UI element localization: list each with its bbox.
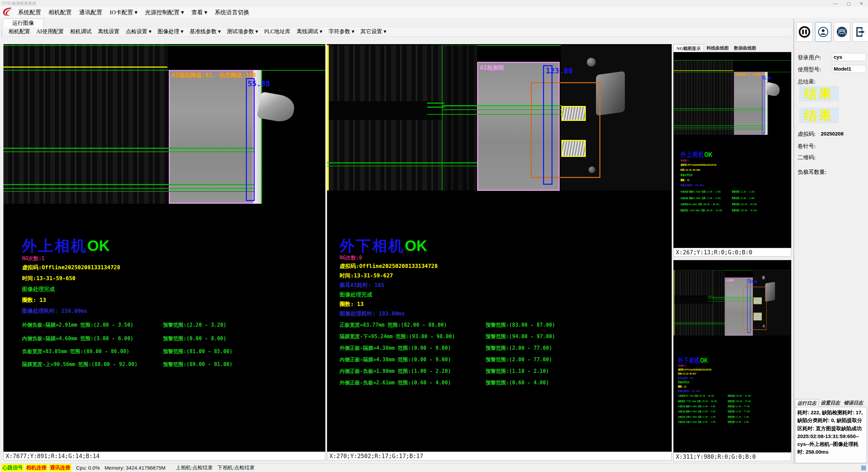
camera1-measure-row: 内侧负极-隔膜=4.60mm 范围:(3.00 - 6.00)预警范围:(0.0… (681, 197, 787, 200)
edge-strip (254, 70, 261, 204)
menu-camera-config[interactable]: 相机配置 (45, 8, 75, 16)
maximize-button[interactable]: ▢ (847, 1, 851, 6)
user-group-button[interactable] (834, 22, 850, 42)
camera1-measure-rect-blue (246, 78, 255, 201)
tool-ai-usage-config[interactable]: AI使用配置 (33, 28, 67, 35)
warn-range: 预警范围:(1.10 - 2.10) (728, 415, 749, 418)
total-result-label: 总结果: (798, 78, 815, 86)
ng-preview-bottom: AI检测框 123.80 外下相机OK NG次数:0 虚拟码:Offline20… (673, 260, 791, 452)
measure-line (708, 296, 713, 296)
camera2-measure-row: 正极宽度=83.77mm 范围:(82.00 - 88.00)预警范围:(83.… (340, 322, 659, 328)
camera2-measure-rect-blue (543, 65, 553, 185)
title-bar: CYS-视觉检测系统 — ▢ ✕ (0, 0, 868, 7)
tab-setting-log[interactable]: 设置日志 (819, 399, 842, 407)
camera1-measure-row: 隔膜宽度-上=90.56mm 范围:(88.00 - 92.00)预警范围:(8… (22, 361, 314, 368)
menu-system-config[interactable]: 系统配置 (14, 8, 45, 16)
gripper-arm (257, 92, 296, 124)
warn-range: 预警范围:(2.00 - 77.00) (728, 410, 750, 413)
user-group-icon (835, 25, 848, 38)
measure-line (674, 323, 725, 323)
warn-range: 预警范围:(83.00 - 87.00) (728, 395, 752, 398)
tool-test-item-params[interactable]: 测试项参数 ▾ (224, 28, 261, 35)
camera2-turn-count: 圈数: 13 (678, 385, 686, 388)
dark-band (329, 101, 442, 120)
window-controls: — ▢ ✕ (833, 1, 868, 6)
guide-line-green (674, 72, 791, 72)
tab-material-curve[interactable]: 料线曲线图 (704, 44, 731, 52)
right-sidebar: 登录用户: cys 使用型号: Model1 总结果: 结果 结果 虚拟码: 2… (794, 19, 868, 467)
camera2-ng-count: NG次数:0 (678, 364, 686, 367)
camera2-ai-frame-label: AI检测框 (726, 278, 734, 282)
close-button[interactable]: ✕ (860, 1, 863, 6)
tab-data-curve[interactable]: 数据曲线图 (731, 44, 759, 52)
minimize-button[interactable]: — (833, 1, 838, 6)
measure-value: 外侧正极-负极=2.61mm 范围:(0.60 - 4.00) (678, 421, 716, 423)
edge-strip (765, 72, 767, 135)
camera2-measure-row: 内侧正极-隔膜=4.38mm 范围:(0.00 - 9.00)预警范围:(2.0… (340, 357, 659, 363)
user-button[interactable] (815, 22, 831, 42)
resize-grip[interactable] (861, 466, 866, 470)
tool-spot-check-setting[interactable]: 点检设置 ▾ (123, 28, 155, 35)
camera1-ok-flag: OK (704, 150, 712, 158)
measure-value: 外侧负极-隔膜=2.91mm 范围:(2.00 - 3.50) (22, 322, 133, 328)
measure-line (674, 129, 765, 129)
measure-value: 内侧负极-隔膜=4.60mm 范围:(3.00 - 6.00) (22, 335, 133, 342)
menu-view[interactable]: 查看 ▾ (188, 8, 211, 16)
tool-camera-config[interactable]: 相机配置 (5, 28, 33, 35)
measure-line (327, 166, 477, 166)
tool-camera-debug[interactable]: 相机调试 (67, 28, 95, 35)
camera2-tab-rect-yellow (754, 297, 762, 304)
tab-run-log[interactable]: 运行日志 (795, 399, 819, 407)
menu-comm-config[interactable]: 通讯配置 (75, 8, 106, 16)
menu-light-control-config[interactable]: 光源控制配置 ▾ (141, 8, 188, 16)
camera2-measure-row: 隔膜宽度-下=95.24mm 范围:(93.00 - 98.00)预警范围:(9… (678, 400, 787, 403)
camera1-measure-rect-blue (762, 76, 765, 133)
camera2-measure-row: 外侧正极-隔膜=4.38mm 范围:(0.00 - 9.00)预警范围:(2.0… (340, 345, 659, 351)
menu-io-card-config[interactable]: IO卡配置 ▾ (106, 8, 141, 16)
camera1-film-texture (674, 60, 734, 135)
model-value[interactable]: Model1 (832, 65, 866, 73)
camera2-measure-rect-blue (747, 279, 751, 333)
toolbar-grip[interactable] (1, 29, 3, 35)
camera2-view[interactable]: AI检测框 123.80 外下相机OK NG次数:0 虚拟码:Offline20… (327, 44, 672, 452)
log-tab-bar: 运行日志 设置日志 错误日志 (795, 399, 865, 407)
pause-icon (799, 26, 810, 38)
camera2-measure-row: 内侧正极-负极=1.90mm 范围:(1.00 - 2.20)预警范围:(1.1… (678, 415, 787, 418)
camera2-detect-rect-orange (743, 287, 767, 330)
menu-language-switch[interactable]: 系统语言切换 (211, 8, 253, 16)
tool-plc-address-lib[interactable]: PLC地址库 (261, 28, 293, 35)
tool-offline-debug[interactable]: 离线调试 ▾ (293, 28, 325, 35)
measure-line (427, 107, 444, 108)
status-bar: 心跳信号 相机连接 通讯连接 Cpu: 0.0% Memory: 3424.41… (0, 463, 868, 472)
camera2-ai-elapsed: 极耳AI耗时: 165 (678, 377, 693, 380)
measure-line (3, 191, 254, 192)
measure-value: 隔膜宽度-下=95.24mm 范围:(93.00 - 98.00) (678, 400, 718, 402)
document-tab-row: 运行图像 (0, 18, 868, 27)
measure-line (3, 188, 254, 189)
tool-char-params[interactable]: 字符参数 ▾ (325, 28, 357, 35)
camera1-name: 外上相机 (22, 237, 87, 254)
measure-line (708, 298, 713, 298)
negative-tab-count-label: 负极耳数量: (798, 169, 826, 176)
measure-line (674, 110, 765, 111)
tool-baseline-params[interactable]: 基准线参数 ▾ (186, 28, 224, 35)
tab-run-image[interactable]: 运行图像 (3, 19, 43, 27)
measure-line (674, 127, 765, 128)
logout-icon (854, 25, 867, 38)
camera1-ai-threshold-label: AI辅助阈值:93, 动态阈值:100 (171, 71, 256, 79)
run-log-text[interactable]: 耗时: 222, 缺陷检测耗时: 17, 缺陷分类耗时: 0, 缺陷提取分区耗时… (795, 407, 867, 463)
tab-error-log[interactable]: 错误日志 (842, 399, 865, 407)
tool-offline-setting[interactable]: 离线设置 (95, 28, 123, 35)
logout-button[interactable] (852, 22, 868, 42)
camera2-process-elapsed: 图像处理耗时: 183.00ms (340, 310, 405, 317)
virtual-code-label: 虚拟码: (798, 131, 815, 138)
warn-range: 预警范围:(94.00 - 97.00) (486, 333, 555, 340)
bolt-head (762, 276, 765, 280)
camera1-view[interactable]: AI辅助阈值:93, 动态阈值:100 55.88 外上相机OK NG次数:1 … (3, 44, 325, 452)
window-title: CYS-视觉检测系统 (0, 1, 36, 6)
tool-image-processing[interactable]: 图像处理 ▾ (155, 28, 186, 35)
tab-ng-screenshot[interactable]: NG截图显示 (673, 44, 704, 52)
tool-other-settings[interactable]: 其它设置 ▾ (357, 28, 389, 35)
pause-button[interactable] (796, 22, 813, 42)
login-user-value[interactable]: cys (832, 53, 866, 61)
